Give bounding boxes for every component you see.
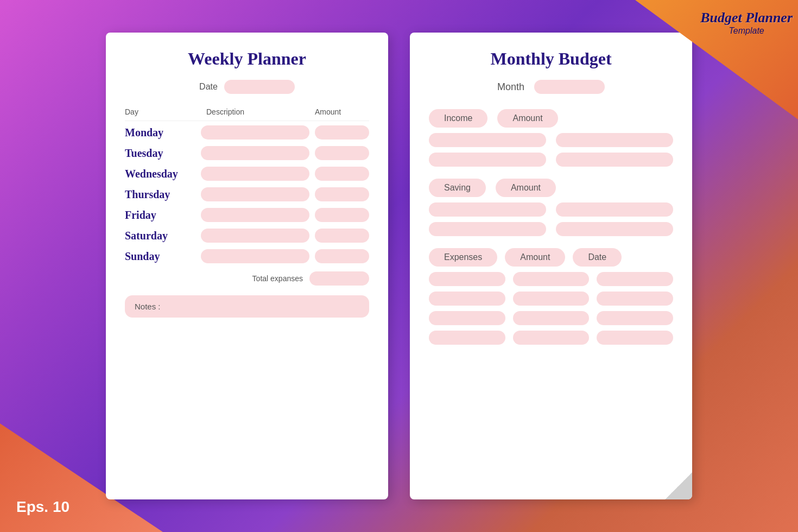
saving-amount-1[interactable] <box>556 202 673 217</box>
row-monday: Monday <box>125 125 369 140</box>
income-header-row: Income Amount <box>429 109 673 128</box>
friday-fields <box>201 208 369 222</box>
expenses-date-field-3[interactable] <box>597 311 673 325</box>
saving-amount-label: Amount <box>496 179 556 197</box>
income-amount-label: Amount <box>497 109 558 128</box>
saving-section: Saving Amount <box>429 179 673 236</box>
expenses-amount-field-1[interactable] <box>513 272 590 286</box>
expenses-amount-field-2[interactable] <box>513 292 590 306</box>
row-sunday: Sunday <box>125 249 369 263</box>
income-desc-1[interactable] <box>429 133 546 147</box>
day-wednesday: Wednesday <box>125 168 201 180</box>
expenses-date-field-2[interactable] <box>597 292 673 306</box>
day-monday: Monday <box>125 126 201 139</box>
row-thursday: Thursday <box>125 187 369 201</box>
col-header-amount: Amount <box>309 107 369 116</box>
sunday-description-field[interactable] <box>201 249 309 263</box>
monday-fields <box>201 125 369 140</box>
income-amount-1[interactable] <box>556 133 673 147</box>
thursday-description-field[interactable] <box>201 187 309 201</box>
tuesday-amount-field[interactable] <box>315 146 369 160</box>
income-label: Income <box>429 109 487 128</box>
row-friday: Friday <box>125 208 369 222</box>
day-sunday: Sunday <box>125 250 201 263</box>
wednesday-fields <box>201 167 369 181</box>
wednesday-description-field[interactable] <box>201 167 309 181</box>
expenses-row-2 <box>429 292 673 306</box>
date-label: Date <box>199 82 218 92</box>
tuesday-fields <box>201 146 369 160</box>
income-row-2 <box>429 153 673 167</box>
wednesday-amount-field[interactable] <box>315 167 369 181</box>
row-tuesday: Tuesday <box>125 146 369 160</box>
col-header-description: Description <box>201 107 309 116</box>
column-headers: Day Description Amount <box>125 107 369 121</box>
expenses-row-4 <box>429 331 673 345</box>
expenses-label: Expenses <box>429 248 497 267</box>
monday-amount-field[interactable] <box>315 125 369 140</box>
saturday-description-field[interactable] <box>201 229 309 243</box>
expenses-date-field-1[interactable] <box>597 272 673 286</box>
expenses-name-2[interactable] <box>429 292 505 306</box>
month-input-field[interactable] <box>534 80 605 94</box>
weekly-planner-title: Weekly Planner <box>125 49 369 69</box>
cards-container: Weekly Planner Date Day Description Amou… <box>106 33 692 499</box>
sunday-fields <box>201 249 369 263</box>
saving-desc-2[interactable] <box>429 222 546 236</box>
day-friday: Friday <box>125 209 201 221</box>
income-desc-2[interactable] <box>429 153 546 167</box>
saving-amount-2[interactable] <box>556 222 673 236</box>
friday-description-field[interactable] <box>201 208 309 222</box>
expenses-amount-label: Amount <box>505 248 565 267</box>
expenses-row-1 <box>429 272 673 286</box>
month-label: Month <box>497 81 524 93</box>
income-amount-2[interactable] <box>556 153 673 167</box>
monday-description-field[interactable] <box>201 125 309 140</box>
monthly-budget-card: Monthly Budget Month Income Amount Savin <box>410 33 692 499</box>
weekly-planner-card: Weekly Planner Date Day Description Amou… <box>106 33 388 499</box>
expenses-date-field-4[interactable] <box>597 331 673 345</box>
row-saturday: Saturday <box>125 229 369 243</box>
income-row-1 <box>429 133 673 147</box>
banner-title-line2: Template <box>700 26 793 36</box>
saving-row-1 <box>429 202 673 217</box>
monthly-budget-title: Monthly Budget <box>429 49 673 69</box>
expenses-amount-field-4[interactable] <box>513 331 590 345</box>
eps-label: Eps. 10 <box>16 498 69 516</box>
thursday-amount-field[interactable] <box>315 187 369 201</box>
saving-label: Saving <box>429 179 486 197</box>
expenses-date-label: Date <box>573 248 622 267</box>
expenses-amount-field-3[interactable] <box>513 311 590 325</box>
row-wednesday: Wednesday <box>125 167 369 181</box>
income-section: Income Amount <box>429 109 673 167</box>
thursday-fields <box>201 187 369 201</box>
tuesday-description-field[interactable] <box>201 146 309 160</box>
day-tuesday: Tuesday <box>125 147 201 160</box>
expenses-row-3 <box>429 311 673 325</box>
month-row: Month <box>429 80 673 94</box>
day-thursday: Thursday <box>125 188 201 201</box>
total-row: Total expanses <box>125 271 369 286</box>
day-saturday: Saturday <box>125 230 201 242</box>
saturday-fields <box>201 229 369 243</box>
col-header-day: Day <box>125 107 201 116</box>
saturday-amount-field[interactable] <box>315 229 369 243</box>
saving-desc-1[interactable] <box>429 202 546 217</box>
saving-row-2 <box>429 222 673 236</box>
expenses-name-4[interactable] <box>429 331 505 345</box>
notes-label: Notes : <box>135 302 161 311</box>
sunday-amount-field[interactable] <box>315 249 369 263</box>
total-expanses-label: Total expanses <box>252 274 303 283</box>
expenses-header-row: Expenses Amount Date <box>429 248 673 267</box>
expenses-section: Expenses Amount Date <box>429 248 673 345</box>
saving-header-row: Saving Amount <box>429 179 673 197</box>
banner-title-line1: Budget Planner <box>700 10 793 26</box>
expenses-name-1[interactable] <box>429 272 505 286</box>
expenses-name-3[interactable] <box>429 311 505 325</box>
notes-box[interactable]: Notes : <box>125 295 369 318</box>
budget-planner-banner: Budget Planner Template <box>700 10 793 36</box>
date-row: Date <box>125 80 369 94</box>
total-amount-field[interactable] <box>309 271 369 286</box>
date-input-field[interactable] <box>224 80 295 94</box>
friday-amount-field[interactable] <box>315 208 369 222</box>
